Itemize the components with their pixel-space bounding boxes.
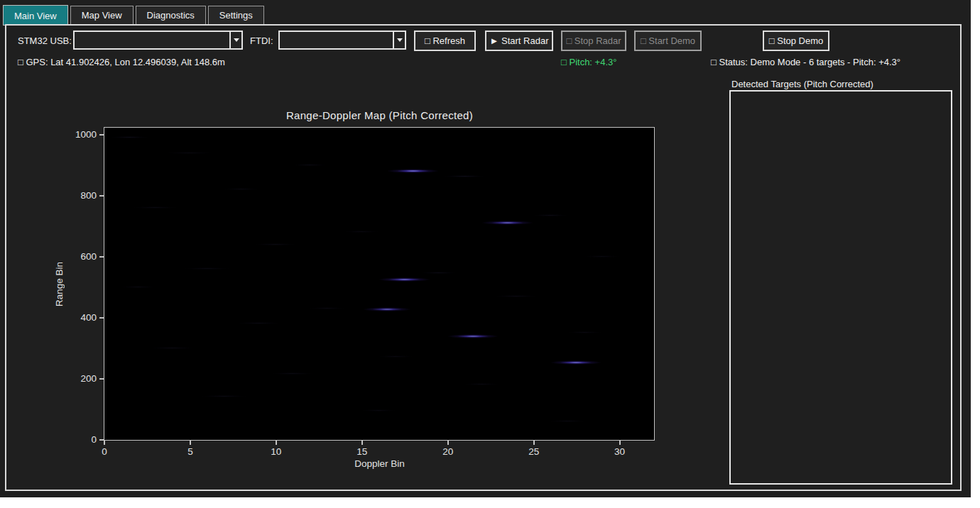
target-streak	[447, 334, 499, 338]
tab-main-view[interactable]: Main View	[3, 5, 68, 26]
y-tick-label: 400	[67, 312, 97, 323]
target-streak	[387, 169, 439, 173]
start-demo-button[interactable]: □ Start Demo	[634, 31, 702, 51]
noise-streak	[361, 409, 396, 412]
stm32-combo-dropdown-button[interactable]	[229, 32, 241, 48]
ftdi-label: FTDI:	[250, 35, 273, 46]
ftdi-combo-dropdown-button[interactable]	[393, 32, 405, 48]
noise-streak	[202, 395, 246, 397]
noise-streak	[344, 231, 379, 233]
tab-bar: Main ViewMap ViewDiagnosticsSettings	[3, 4, 266, 26]
gps-status: □ GPS: Lat 41.902426, Lon 12.496039, Alt…	[18, 57, 225, 67]
x-tick-mark	[361, 441, 363, 445]
y-tick-mark	[99, 256, 104, 258]
tab-settings[interactable]: Settings	[208, 6, 264, 26]
y-tick-label: 0	[67, 434, 97, 445]
start-radar-button[interactable]: ► Start Radar	[485, 31, 553, 51]
noise-streak	[464, 383, 499, 385]
plot-title: Range-Doppler Map (Pitch Corrected)	[104, 109, 655, 121]
x-tick-label: 25	[520, 446, 548, 457]
x-tick-mark	[533, 441, 535, 445]
noise-streak	[584, 255, 619, 258]
x-tick-mark	[104, 441, 105, 445]
x-tick-label: 20	[434, 446, 462, 457]
x-tick-label: 15	[348, 446, 376, 457]
noise-streak	[133, 206, 178, 209]
x-tick-label: 0	[90, 446, 119, 457]
targets-group-box: Track IDRange (m)Velocity (m/s)Azimuth (…	[729, 90, 952, 485]
y-tick-mark	[99, 134, 104, 136]
noise-streak	[550, 420, 584, 422]
y-axis-label: Range Bin	[54, 213, 65, 355]
noise-streak	[533, 214, 567, 216]
stop-radar-button[interactable]: □ Stop Radar	[561, 31, 626, 51]
demo-status: □ Status: Demo Mode - 6 targets - Pitch:…	[711, 57, 900, 67]
noise-streak	[421, 272, 455, 274]
noise-streak	[121, 286, 155, 288]
targets-panel-title: Detected Targets (Pitch Corrected)	[731, 79, 873, 89]
y-tick-mark	[99, 378, 104, 380]
y-tick-label: 800	[67, 190, 97, 201]
noise-streak	[150, 347, 195, 349]
x-tick-mark	[447, 441, 449, 445]
noise-streak	[567, 331, 601, 333]
noise-streak	[238, 322, 279, 324]
range-doppler-plot[interactable]	[104, 127, 655, 441]
noise-streak	[272, 372, 313, 375]
x-tick-mark	[190, 441, 191, 445]
chevron-down-icon	[234, 38, 239, 42]
tab-map-view[interactable]: Map View	[70, 6, 134, 26]
stop-demo-button[interactable]: □ Stop Demo	[763, 31, 829, 51]
x-tick-label: 10	[262, 446, 290, 457]
noise-streak	[185, 267, 229, 270]
stm32-usb-combo[interactable]	[73, 31, 243, 50]
x-tick-label: 5	[176, 446, 205, 457]
noise-streak	[379, 355, 413, 358]
noise-streak	[310, 307, 344, 309]
noise-streak	[224, 188, 258, 190]
noise-streak	[167, 152, 212, 154]
pitch-status: □ Pitch: +4.3°	[561, 57, 616, 67]
x-tick-label: 30	[606, 446, 634, 457]
target-streak	[481, 221, 533, 225]
refresh-button[interactable]: □ Refresh	[414, 31, 476, 51]
noise-streak	[293, 164, 327, 166]
y-tick-label: 200	[67, 373, 97, 384]
tab-diagnostics[interactable]: Diagnostics	[136, 6, 206, 26]
noise-streak	[444, 175, 485, 177]
noise-streak	[495, 295, 536, 297]
y-tick-mark	[99, 317, 104, 319]
target-streak	[363, 307, 411, 311]
ftdi-combo[interactable]	[278, 31, 406, 50]
x-tick-mark	[276, 441, 277, 445]
stm32-usb-label: STM32 USB:	[18, 35, 72, 46]
chevron-down-icon	[397, 38, 403, 42]
app-window: Main ViewMap ViewDiagnosticsSettings STM…	[0, 0, 971, 497]
noise-streak	[111, 136, 148, 138]
target-streak	[550, 360, 602, 365]
y-tick-label: 1000	[67, 129, 97, 140]
y-tick-label: 600	[67, 251, 97, 262]
x-axis-label: Doppler Bin	[104, 458, 655, 469]
x-tick-mark	[619, 441, 621, 445]
y-tick-mark	[99, 195, 104, 197]
noise-streak	[255, 243, 296, 245]
target-streak	[379, 277, 430, 282]
